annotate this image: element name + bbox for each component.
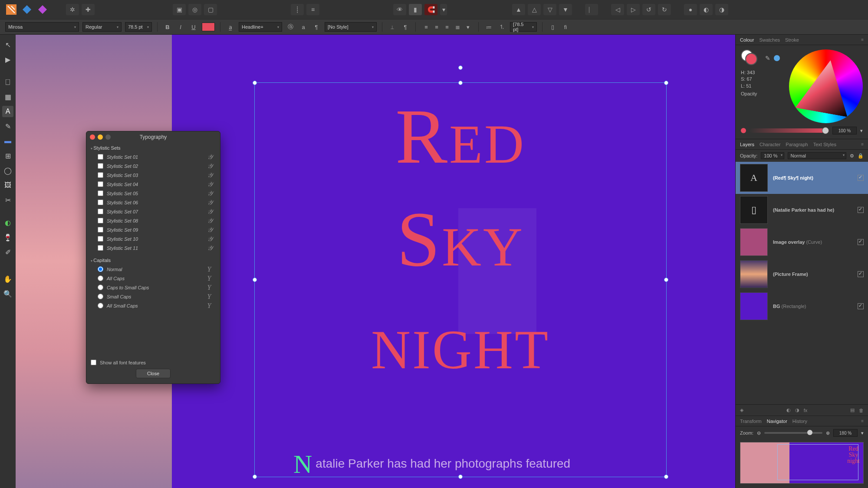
gear-icon[interactable]: ⚙: [850, 153, 854, 159]
capitals-radio[interactable]: Small CapsY: [91, 292, 216, 301]
resize-handle-icon[interactable]: [664, 475, 668, 479]
preview-mode-icon[interactable]: 👁: [393, 4, 406, 15]
stylistic-set-checkbox[interactable]: Stylistic Set 01𝒴: [91, 152, 216, 161]
layer-opacity-icon[interactable]: ◈: [740, 407, 743, 413]
tab-character[interactable]: Character: [760, 142, 780, 147]
layer-row[interactable]: ▯(Natalie Parker has had he): [736, 194, 868, 226]
font-weight-dropdown[interactable]: Regular: [82, 22, 122, 32]
layer-visibility-checkbox[interactable]: [858, 303, 864, 309]
stylistic-set-checkbox[interactable]: Stylistic Set 06𝒴: [91, 198, 216, 207]
title-line-2[interactable]: Sky: [255, 194, 666, 284]
add-layer-icon[interactable]: ▤: [850, 407, 855, 413]
font-family-dropdown[interactable]: Mirosa: [5, 22, 79, 32]
layer-row[interactable]: Image overlay (Curve): [736, 226, 868, 258]
pen-tool-icon[interactable]: ✎: [2, 121, 13, 132]
stylistic-set-checkbox[interactable]: Stylistic Set 02𝒴: [91, 161, 216, 170]
tab-navigator[interactable]: Navigator: [767, 419, 787, 424]
move-front-icon[interactable]: ▲: [512, 4, 525, 15]
adjustment-icon[interactable]: ◑: [795, 407, 799, 413]
fill-stroke-swatches[interactable]: [741, 49, 762, 67]
stylistic-set-checkbox[interactable]: Stylistic Set 08𝒴: [91, 216, 216, 225]
resource-manager-icon[interactable]: ✚: [82, 4, 95, 15]
snapping-options-icon[interactable]: ▾: [440, 4, 447, 15]
resize-handle-icon[interactable]: [253, 475, 257, 479]
tab-history[interactable]: History: [792, 419, 807, 424]
align-left-icon[interactable]: ⎸: [585, 4, 598, 15]
tab-paragraph[interactable]: Paragraph: [786, 142, 808, 147]
flip-h-icon[interactable]: ◁: [611, 4, 624, 15]
snapping-icon[interactable]: 🧲: [424, 4, 437, 15]
underline-button[interactable]: U: [189, 22, 198, 32]
fill-swatch-icon[interactable]: [745, 53, 757, 65]
text-ruler-icon[interactable]: ⟂: [388, 22, 397, 32]
body-text-frame[interactable]: Natalie Parker has had her photographs f…: [293, 449, 570, 479]
zoom-out-icon[interactable]: ⊖: [757, 430, 761, 436]
panel-menu-icon[interactable]: ≡: [861, 37, 864, 42]
stylistic-set-checkbox[interactable]: Stylistic Set 10𝒴: [91, 234, 216, 243]
stylistic-set-checkbox[interactable]: Stylistic Set 03𝒴: [91, 170, 216, 180]
rotate-ccw-icon[interactable]: ↺: [642, 4, 655, 15]
blend-mode-dropdown[interactable]: Normal: [788, 152, 846, 159]
number-list-icon[interactable]: ⒈: [497, 22, 506, 32]
eyedropper-icon[interactable]: ✎: [765, 55, 770, 62]
baseline-grid-icon[interactable]: ┊: [291, 4, 304, 15]
typography-panel[interactable]: Typography Stylistic Sets Stylistic Set …: [86, 131, 220, 384]
tab-swatches[interactable]: Swatches: [759, 37, 780, 43]
view-hand-tool-icon[interactable]: ✋: [2, 273, 13, 285]
ellipse-tool-icon[interactable]: ◯: [2, 165, 13, 176]
text-style-icon[interactable]: ¶: [312, 22, 321, 32]
photo-persona-icon[interactable]: [36, 3, 49, 16]
layer-visibility-checkbox[interactable]: [858, 175, 864, 181]
stylistic-sets-header[interactable]: Stylistic Sets: [91, 145, 216, 151]
char-style-2-icon[interactable]: a: [299, 22, 308, 32]
mask-icon[interactable]: ◐: [786, 407, 791, 413]
view-mode-bleed-icon[interactable]: ▢: [204, 4, 217, 15]
resize-handle-icon[interactable]: [253, 278, 257, 282]
node-tool-icon[interactable]: ▶: [2, 54, 13, 65]
layer-visibility-checkbox[interactable]: [858, 271, 864, 277]
rectangle-tool-icon[interactable]: ▬: [2, 135, 13, 147]
move-forward-icon[interactable]: △: [528, 4, 541, 15]
paragraph-style-dropdown[interactable]: Headline+: [239, 22, 282, 32]
studio-link-icon[interactable]: ●: [684, 4, 697, 15]
colour-wheel[interactable]: [789, 49, 863, 123]
split-view-icon[interactable]: ▮: [409, 4, 422, 15]
title-line-1[interactable]: Red: [255, 92, 666, 181]
fx-icon[interactable]: fx: [804, 408, 808, 413]
panel-menu-icon[interactable]: ≡: [861, 419, 864, 423]
move-backward-icon[interactable]: ▽: [543, 4, 556, 15]
frame-text-tool-icon[interactable]: ⎕: [2, 76, 13, 88]
font-size-dropdown[interactable]: 78.5 pt: [125, 22, 152, 32]
stylistic-set-checkbox[interactable]: Stylistic Set 07𝒴: [91, 207, 216, 216]
text-flow-icon[interactable]: ≡: [306, 4, 319, 15]
picture-frame-tool-icon[interactable]: ⊞: [2, 150, 13, 161]
navigator-preview[interactable]: RedSkynight: [740, 442, 864, 484]
minimize-window-icon[interactable]: [98, 134, 103, 140]
stylistic-set-checkbox[interactable]: Stylistic Set 05𝒴: [91, 189, 216, 198]
align-left-text-icon[interactable]: ≡: [421, 22, 431, 32]
resize-handle-icon[interactable]: [664, 81, 668, 85]
text-style-dropdown[interactable]: [No Style]: [325, 22, 377, 32]
flip-v-icon[interactable]: ▷: [627, 4, 640, 15]
zoom-tool-icon[interactable]: 🔍: [2, 288, 13, 299]
designer-persona-icon[interactable]: [21, 3, 33, 16]
layer-visibility-checkbox[interactable]: [858, 207, 864, 213]
layer-visibility-checkbox[interactable]: [858, 239, 864, 245]
tab-text-styles[interactable]: Text Styles: [813, 142, 836, 147]
bold-button[interactable]: B: [163, 22, 172, 32]
tab-colour[interactable]: Colour: [740, 37, 754, 43]
layer-row[interactable]: BG (Rectangle): [736, 290, 868, 322]
char-style-icon[interactable]: ⓐ: [286, 22, 295, 32]
typography-titlebar[interactable]: Typography: [86, 131, 220, 143]
align-right-text-icon[interactable]: ≡: [442, 22, 452, 32]
opacity-value[interactable]: 100 %: [832, 127, 857, 134]
text-fill-color[interactable]: [202, 23, 215, 31]
publisher-persona-icon[interactable]: [5, 3, 17, 16]
panel-menu-icon[interactable]: ≡: [861, 142, 864, 147]
move-back-icon[interactable]: ▼: [559, 4, 572, 15]
navigator-viewport[interactable]: [777, 444, 858, 480]
title-line-3[interactable]: night: [255, 297, 666, 387]
move-tool-icon[interactable]: ↖: [2, 39, 13, 50]
color-picker-tool-icon[interactable]: ✐: [2, 246, 13, 258]
capitals-radio[interactable]: All Small CapsY: [91, 301, 216, 310]
